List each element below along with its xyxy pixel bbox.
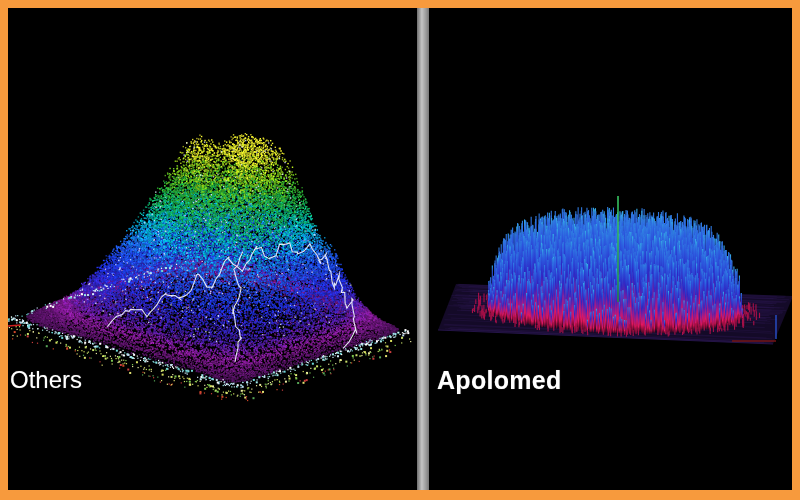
apolomed-panel: Apolomed <box>429 8 792 490</box>
apolomed-beam-profile-plot <box>429 8 792 490</box>
apolomed-label: Apolomed <box>437 367 562 393</box>
others-beam-profile-plot <box>8 8 417 490</box>
others-panel: Others <box>8 8 417 490</box>
figure-body: Others Apolomed <box>8 8 792 490</box>
panel-divider <box>417 8 429 490</box>
others-label: Others <box>10 367 82 393</box>
comparison-figure: Others Apolomed <box>0 0 800 500</box>
